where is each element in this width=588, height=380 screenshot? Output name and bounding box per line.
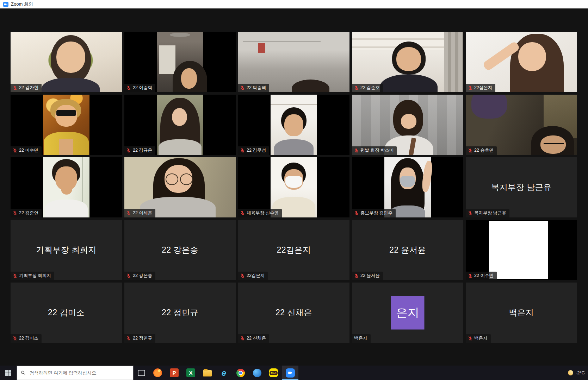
search-input[interactable]	[29, 370, 129, 376]
mic-muted-icon	[126, 336, 131, 341]
taskbar-app-zoom[interactable]	[282, 366, 298, 380]
participant-tile[interactable]: 22 송호민	[466, 95, 577, 155]
taskbar-app-internet-explorer[interactable]: e	[216, 366, 232, 380]
participant-display-name: 기획부장 최희지	[11, 220, 122, 280]
participant-tile[interactable]: 22 이수민	[466, 220, 577, 280]
participant-tile[interactable]: 은지 백은지	[352, 283, 463, 343]
participant-tile[interactable]: 22 김준호	[352, 32, 463, 92]
participant-tile[interactable]: 백은지 백은지	[466, 283, 577, 343]
taskbar-app-powerpoint[interactable]: P	[166, 366, 182, 380]
participant-nameplate: 22 김무성	[238, 146, 269, 155]
participant-name: 22 김규은	[133, 147, 152, 153]
mic-muted-icon	[354, 148, 359, 153]
taskbar-app-chrome[interactable]	[232, 366, 249, 380]
participant-nameplate: 22 김준언	[11, 209, 42, 217]
participant-gallery: 22 김가현 22 이승혁 22 박승혜 22 김준호 22심은지	[11, 32, 577, 343]
mic-muted-icon	[13, 336, 17, 341]
participant-nameplate: 22심은지	[466, 84, 495, 92]
participant-tile[interactable]: 22 정민규 22 정민규	[124, 283, 236, 343]
participant-name: 기획부장 최희지	[19, 273, 51, 279]
mic-muted-icon	[126, 86, 131, 90]
participant-name: 22 이세은	[133, 210, 152, 216]
participant-display-name: 22 신채은	[238, 283, 349, 343]
taskbar-weather[interactable]: -2°C	[568, 366, 585, 380]
participant-tile[interactable]: 22 박승혜	[238, 32, 349, 92]
participant-nameplate: 22 김규은	[124, 146, 155, 155]
participant-display-name: 22 김미소	[11, 283, 122, 343]
participant-tile[interactable]: 22김은지 22김은지	[238, 220, 349, 280]
participant-nameplate: 22 신채은	[238, 334, 269, 343]
participant-name: 22 김미소	[19, 335, 38, 341]
participant-name: 체육부장 신수영	[247, 210, 279, 216]
participant-nameplate: 22 김준호	[352, 84, 383, 92]
participant-tile[interactable]: 평발 회장 박소미	[352, 95, 463, 155]
participant-tile[interactable]: 22심은지	[466, 32, 577, 92]
task-view-button[interactable]	[134, 366, 149, 380]
participant-tile[interactable]: 22 이수민	[11, 95, 122, 155]
participant-tile[interactable]: 22 이승혁	[124, 32, 236, 92]
participant-nameplate: 홍보부장 김민주	[352, 209, 396, 217]
taskbar-search[interactable]	[17, 366, 134, 380]
participant-video	[11, 32, 122, 92]
participant-tile[interactable]: 22 김미소 22 김미소	[11, 283, 122, 343]
participant-nameplate: 22김은지	[238, 272, 268, 280]
participant-display-name: 22 강은송	[124, 220, 236, 280]
taskbar-app-kakaotalk[interactable]: TALK	[265, 366, 282, 380]
weather-temperature: -2°C	[576, 370, 585, 375]
participant-tile[interactable]: 22 강은송 22 강은송	[124, 220, 236, 280]
participant-tile[interactable]: 22 신채은 22 신채은	[238, 283, 349, 343]
participant-name: 홍보부장 김민주	[360, 210, 392, 216]
firefox-icon	[153, 368, 162, 377]
participant-display-name: 22김은지	[238, 220, 349, 280]
taskbar-app-blue[interactable]	[249, 366, 265, 380]
taskbar-app-file-explorer[interactable]	[199, 366, 216, 380]
windows-taskbar: P X e TALK -2°C	[0, 366, 588, 380]
participant-tile[interactable]: 기획부장 최희지 기획부장 최희지	[11, 220, 122, 280]
participant-video	[124, 157, 236, 217]
avatar: 은지	[391, 296, 425, 329]
participant-nameplate: 22 김가현	[11, 84, 42, 92]
participant-tile[interactable]: 22 이세은	[124, 157, 236, 217]
participant-name: 22 이수민	[19, 147, 38, 153]
avatar-initials: 은지	[396, 305, 419, 321]
participant-tile[interactable]: 22 김가현	[11, 32, 122, 92]
participant-video	[352, 32, 463, 92]
mic-muted-icon	[126, 148, 131, 153]
white-video-feed	[489, 221, 548, 279]
participant-tile[interactable]: 22 김준언	[11, 157, 122, 217]
participant-nameplate: 백은지	[352, 334, 371, 343]
participant-tile[interactable]: 홍보부장 김민주	[352, 157, 463, 217]
start-button[interactable]	[0, 366, 17, 380]
participant-tile[interactable]: 체육부장 신수영	[238, 157, 349, 217]
participant-nameplate: 백은지	[466, 334, 491, 343]
participant-name: 22 김준언	[19, 210, 38, 216]
participant-name: 22 송호민	[474, 147, 494, 153]
participant-video	[466, 95, 577, 155]
participant-nameplate: 22 정민규	[124, 334, 155, 343]
participant-tile[interactable]: 22 윤서윤 22 윤서윤	[352, 220, 463, 280]
blue-app-icon	[253, 369, 261, 377]
taskbar-app-firefox[interactable]	[149, 366, 166, 380]
powerpoint-icon: P	[170, 368, 179, 377]
mic-muted-icon	[240, 336, 245, 341]
participant-video	[238, 32, 349, 92]
participant-name: 22 김가현	[19, 85, 38, 91]
participant-tile[interactable]: 복지부장 남근유 복지부장 남근유	[466, 157, 577, 217]
windows-logo-icon	[5, 370, 11, 376]
participant-video	[271, 157, 317, 217]
participant-nameplate: 복지부장 남근유	[466, 209, 509, 217]
participant-tile[interactable]: 22 김무성	[238, 95, 349, 155]
mic-muted-icon	[13, 148, 17, 153]
participant-tile[interactable]: 22 김규은	[124, 95, 236, 155]
mic-muted-icon	[240, 273, 245, 278]
mic-muted-icon	[468, 273, 472, 278]
participant-name: 백은지	[474, 335, 488, 341]
participant-name: 22심은지	[474, 85, 492, 91]
taskbar-app-excel[interactable]: X	[182, 366, 199, 380]
participant-nameplate: 22 이수민	[11, 146, 42, 155]
participant-display-name: 백은지	[466, 283, 577, 343]
participant-nameplate: 평발 회장 박소미	[352, 146, 397, 155]
mic-muted-icon	[240, 211, 245, 215]
participant-name: 22 박승혜	[247, 85, 266, 91]
excel-icon: X	[186, 368, 195, 377]
